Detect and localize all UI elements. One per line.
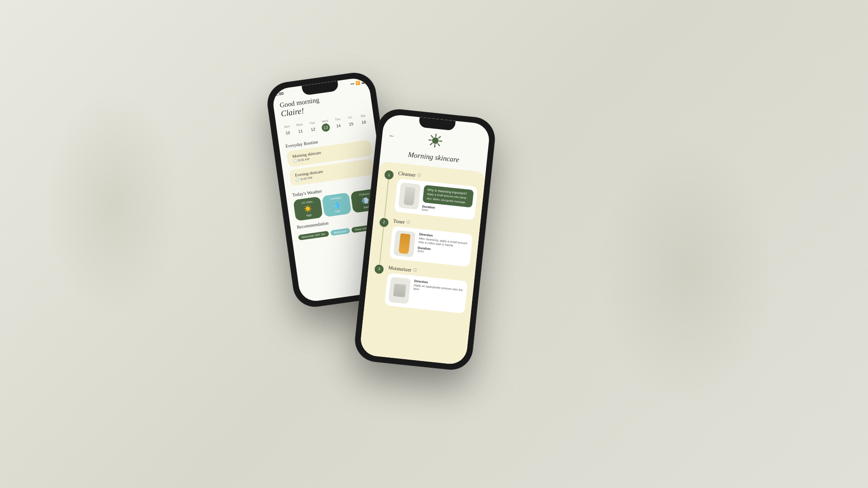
cal-day-num: 12 <box>308 125 317 134</box>
toner-product-image <box>393 230 416 257</box>
step-1-card: Why is cleansing important?Apply a small… <box>394 178 478 220</box>
step-1-content: Cleanser ⓘ Why is cleansing important?Ap… <box>394 170 479 220</box>
step-2-number: 2 <box>379 217 389 227</box>
step-2-label: Toner <box>393 218 405 225</box>
step-2-row: 2 Toner ⓘ Direction <box>376 216 473 267</box>
step-1-label: Cleanser <box>398 170 416 178</box>
step-3-label: Moisturizer <box>388 265 411 272</box>
step-1-row: 1 Cleanser ⓘ Why is cl <box>381 169 478 220</box>
back-button[interactable]: ← <box>388 132 396 140</box>
cal-day-name: Thu <box>335 117 340 121</box>
svg-line-6 <box>438 144 439 145</box>
cal-day-sun: Sun 10 <box>283 124 292 137</box>
detail-content: ← Morning skincare <box>359 113 491 366</box>
cal-day-name: Mon <box>296 122 302 127</box>
svg-line-5 <box>431 136 433 137</box>
phone-detail-screen: ← Morning skincare <box>359 113 491 366</box>
info-icon: ⓘ <box>417 173 421 178</box>
step-3-details: Direction Apply an appropriate amount on… <box>412 279 464 310</box>
step-2-details: Direction After cleansing, apply a small… <box>417 232 469 263</box>
step-1-number: 1 <box>384 170 394 180</box>
uv-sun-icon: ☀️ <box>304 204 312 213</box>
cleanser-visual <box>404 187 415 206</box>
cal-day-name: Sat <box>360 114 365 117</box>
step-3-number: 3 <box>374 264 384 274</box>
wifi-icon: 🛜 <box>355 80 360 85</box>
rec-tag-moisturizer[interactable]: Moisturizer <box>330 228 350 236</box>
humidity-value: Low <box>335 209 340 212</box>
steps-scroll[interactable]: 1 Cleanser ⓘ Why is cl <box>359 161 486 366</box>
info-icon-3: ⓘ <box>413 267 417 273</box>
moisturizer-visual <box>393 283 406 297</box>
cal-day-sat: Sat 16 <box>359 113 368 127</box>
humidity-drop-icon: 💧 <box>332 200 341 209</box>
cal-day-name: Wed <box>321 119 328 123</box>
svg-line-4 <box>439 141 442 141</box>
step-3-content: Moisturizer ⓘ Direction Apply an appropr… <box>384 265 468 314</box>
cal-day-name: Tue <box>309 121 315 125</box>
svg-line-7 <box>439 136 440 138</box>
uv-label: UV Index <box>302 200 313 204</box>
humidity-label: Humidity <box>330 196 341 200</box>
cal-day-wed[interactable]: Wed 13 <box>321 119 330 132</box>
step-2-card: Direction After cleansing, apply a small… <box>389 226 473 267</box>
svg-line-8 <box>430 143 432 145</box>
humidity-card: Humidity 💧 Low <box>322 192 352 217</box>
info-icon-2: ⓘ <box>406 220 410 225</box>
signal-icon: ▪▪▪ <box>350 81 355 86</box>
cal-day-num: 15 <box>347 119 356 128</box>
svg-line-2 <box>434 145 435 147</box>
rec-tag-sunscreen[interactable]: Sunscreen SPF 30+ <box>298 230 329 240</box>
pollution-value: Bad <box>363 206 368 209</box>
phones-container: 2:00 ▪▪▪ 🛜 ▬ Good morning Claire! Sun 10 <box>276 41 592 447</box>
status-time: 2:00 <box>275 91 284 97</box>
cal-day-num-active: 13 <box>321 123 330 132</box>
step-3-card: Direction Apply an appropriate amount on… <box>384 273 468 314</box>
step-connector-line <box>384 179 389 217</box>
sun-icon <box>426 131 444 150</box>
uv-index-card: UV Index ☀️ High <box>293 196 323 221</box>
cal-day-num: 10 <box>283 128 292 137</box>
cal-day-thu: Thu 14 <box>333 117 343 130</box>
svg-line-3 <box>429 140 431 141</box>
cal-day-tue: Tue 12 <box>308 121 318 134</box>
cal-day-name: Sun <box>284 124 290 128</box>
cal-day-fri: Fri 15 <box>346 115 356 128</box>
step-3-row: 3 Moisturizer ⓘ Direct <box>371 263 469 313</box>
cal-day-num: 16 <box>359 117 368 127</box>
svg-line-1 <box>436 134 436 136</box>
why-tooltip: Why is cleansing important?Apply a small… <box>423 185 474 207</box>
pollution-wind-icon: 💨 <box>361 196 369 205</box>
pollution-label: Pollution <box>359 192 370 196</box>
cal-day-name: Fri <box>348 116 352 119</box>
cal-day-num: 14 <box>334 121 343 130</box>
status-icons: ▪▪▪ 🛜 ▬ <box>350 80 365 86</box>
battery-icon: ▬ <box>361 80 365 84</box>
uv-value: High <box>306 213 312 217</box>
toner-visual <box>399 233 410 254</box>
cleanser-product-image <box>398 183 421 210</box>
cal-day-num: 11 <box>296 127 305 136</box>
svg-point-0 <box>432 137 439 144</box>
step-connector-line-2 <box>379 227 384 264</box>
step-2-content: Toner ⓘ Direction After cleansing, apply… <box>389 218 473 267</box>
cal-day-mon: Mon 11 <box>295 122 305 136</box>
step-1-details: Why is cleansing important?Apply a small… <box>422 185 474 216</box>
moisturizer-product-image <box>388 277 411 304</box>
